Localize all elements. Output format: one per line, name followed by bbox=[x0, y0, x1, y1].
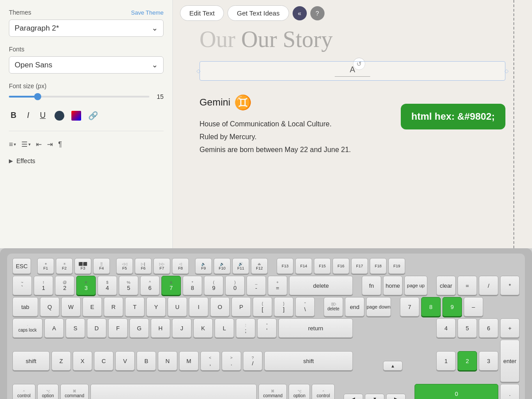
key-f6[interactable]: ▷‖F6 bbox=[135, 258, 152, 274]
key-numpad-8[interactable]: 8 bbox=[421, 297, 441, 317]
link-button[interactable]: 🔗 bbox=[88, 111, 98, 121]
key-delete[interactable]: delete bbox=[289, 276, 353, 295]
key-shift-right[interactable]: shift bbox=[264, 351, 353, 371]
font-size-slider[interactable] bbox=[9, 96, 149, 98]
underline-button[interactable]: U bbox=[38, 109, 47, 122]
key-z[interactable]: Z bbox=[51, 351, 71, 371]
effects-row[interactable]: ▶ Effects bbox=[9, 157, 164, 164]
key-f5[interactable]: ◁◁F5 bbox=[116, 258, 133, 274]
text-color-button[interactable] bbox=[55, 111, 64, 121]
key-numpad-slash[interactable]: / bbox=[479, 276, 498, 295]
key-1[interactable]: !1 bbox=[34, 276, 53, 295]
nav-back-button[interactable]: « bbox=[293, 6, 307, 20]
key-home[interactable]: home bbox=[383, 276, 403, 295]
key-f1[interactable]: ✦F1 bbox=[37, 258, 54, 274]
key-numpad-0[interactable]: 0 bbox=[415, 384, 498, 399]
text-direction-button[interactable]: ¶ bbox=[58, 141, 62, 149]
key-b[interactable]: B bbox=[137, 351, 156, 371]
key-fn[interactable]: fn bbox=[362, 276, 381, 295]
key-f9[interactable]: 🔈F9 bbox=[195, 258, 212, 274]
key-command-left[interactable]: ⌘command bbox=[60, 384, 89, 399]
key-option-left[interactable]: ⌥option bbox=[37, 384, 59, 399]
indent-increase-button[interactable]: ⇥ bbox=[47, 140, 53, 149]
key-numpad-minus[interactable]: – bbox=[464, 297, 483, 317]
key-numpad-6[interactable]: 6 bbox=[479, 318, 498, 338]
key-v[interactable]: V bbox=[115, 351, 135, 371]
key-f15[interactable]: F15 bbox=[314, 258, 331, 274]
key-capslock[interactable]: · caps lock bbox=[12, 318, 43, 338]
list-style-button[interactable]: ☰ ▾ bbox=[21, 140, 31, 149]
key-u[interactable]: U bbox=[168, 297, 187, 317]
key-d[interactable]: D bbox=[87, 318, 106, 338]
key-arrow-up[interactable]: ▲ bbox=[383, 361, 403, 371]
key-i[interactable]: I bbox=[189, 297, 208, 317]
key-fwd-delete[interactable]: ⌦delete bbox=[324, 297, 343, 317]
key-space[interactable] bbox=[90, 384, 257, 399]
key-f13[interactable]: F13 bbox=[277, 258, 293, 274]
key-m[interactable]: M bbox=[179, 351, 199, 371]
key-comma[interactable]: <, bbox=[200, 351, 220, 371]
key-numpad-4[interactable]: 4 bbox=[436, 318, 456, 338]
key-2[interactable]: @2 bbox=[55, 276, 74, 295]
key-equals[interactable]: += bbox=[268, 276, 287, 295]
key-t[interactable]: T bbox=[125, 297, 145, 317]
key-5[interactable]: %5 bbox=[119, 276, 138, 295]
key-numpad-2[interactable]: 2 bbox=[458, 351, 477, 371]
key-numpad-1[interactable]: 1 bbox=[436, 351, 456, 371]
key-numpad-7[interactable]: 7 bbox=[400, 297, 419, 317]
key-s[interactable]: S bbox=[66, 318, 85, 338]
key-backslash[interactable]: "\ bbox=[295, 297, 315, 317]
key-slash[interactable]: ?/ bbox=[243, 351, 262, 371]
key-x[interactable]: X bbox=[73, 351, 92, 371]
key-shift-left[interactable]: shift bbox=[12, 351, 50, 371]
text-input-box[interactable]: A bbox=[200, 61, 505, 81]
help-button[interactable]: ? bbox=[310, 6, 325, 20]
font-select[interactable]: Open Sans ⌄ bbox=[9, 56, 164, 74]
indent-decrease-button[interactable]: ⇤ bbox=[36, 140, 42, 149]
key-numpad-asterisk[interactable]: * bbox=[500, 276, 520, 295]
key-f19[interactable]: F19 bbox=[388, 258, 405, 274]
key-f17[interactable]: F17 bbox=[351, 258, 368, 274]
get-text-ideas-button[interactable]: Get Text Ideas bbox=[227, 5, 289, 21]
key-7[interactable]: &7 bbox=[161, 276, 181, 295]
key-numpad-clear[interactable]: clear bbox=[436, 276, 456, 295]
italic-button[interactable]: I bbox=[25, 109, 31, 122]
key-pagedown[interactable]: page down bbox=[366, 297, 391, 317]
key-g[interactable]: G bbox=[129, 318, 149, 338]
key-f18[interactable]: F18 bbox=[370, 258, 387, 274]
key-0[interactable]: )0 bbox=[225, 276, 245, 295]
key-tab[interactable]: tab bbox=[12, 297, 38, 317]
key-8[interactable]: *8 bbox=[183, 276, 202, 295]
align-left-button[interactable]: ≡ ▾ bbox=[9, 141, 16, 149]
key-backtick[interactable]: ~` bbox=[12, 276, 32, 295]
key-rightbracket[interactable]: }] bbox=[274, 297, 293, 317]
key-f10[interactable]: 🔉F10 bbox=[214, 258, 231, 274]
key-f2[interactable]: ☀F2 bbox=[56, 258, 73, 274]
key-f11[interactable]: 🔊F11 bbox=[232, 258, 249, 274]
key-j[interactable]: J bbox=[172, 318, 192, 338]
key-return[interactable]: return bbox=[278, 318, 353, 338]
key-f14[interactable]: F14 bbox=[295, 258, 312, 274]
key-end[interactable]: end bbox=[345, 297, 364, 317]
key-numpad-9[interactable]: 9 bbox=[442, 297, 462, 317]
key-f7[interactable]: ▷▷F7 bbox=[153, 258, 170, 274]
key-numpad-enter[interactable]: enter bbox=[500, 340, 520, 382]
background-color-button[interactable] bbox=[71, 111, 81, 121]
key-pageup[interactable]: page up bbox=[404, 276, 427, 295]
key-3[interactable]: #3 bbox=[76, 276, 96, 295]
key-leftbracket[interactable]: {[ bbox=[253, 297, 272, 317]
key-period[interactable]: >. bbox=[222, 351, 241, 371]
key-w[interactable]: W bbox=[61, 297, 81, 317]
key-numpad-equals[interactable]: = bbox=[458, 276, 477, 295]
key-control-right[interactable]: ^control bbox=[312, 384, 335, 399]
key-numpad-decimal[interactable]: . bbox=[500, 384, 520, 399]
key-arrow-down[interactable]: ▼ bbox=[365, 394, 384, 399]
edit-text-button[interactable]: Edit Text bbox=[180, 5, 224, 21]
key-command-right[interactable]: ⌘command bbox=[258, 384, 287, 399]
key-e[interactable]: E bbox=[82, 297, 102, 317]
key-f3[interactable]: ⬛⬛F3 bbox=[74, 258, 91, 274]
key-quote[interactable]: "' bbox=[257, 318, 277, 338]
key-9[interactable]: (9 bbox=[204, 276, 223, 295]
key-f16[interactable]: F16 bbox=[332, 258, 349, 274]
key-arrow-left[interactable]: ◀ bbox=[344, 394, 363, 399]
